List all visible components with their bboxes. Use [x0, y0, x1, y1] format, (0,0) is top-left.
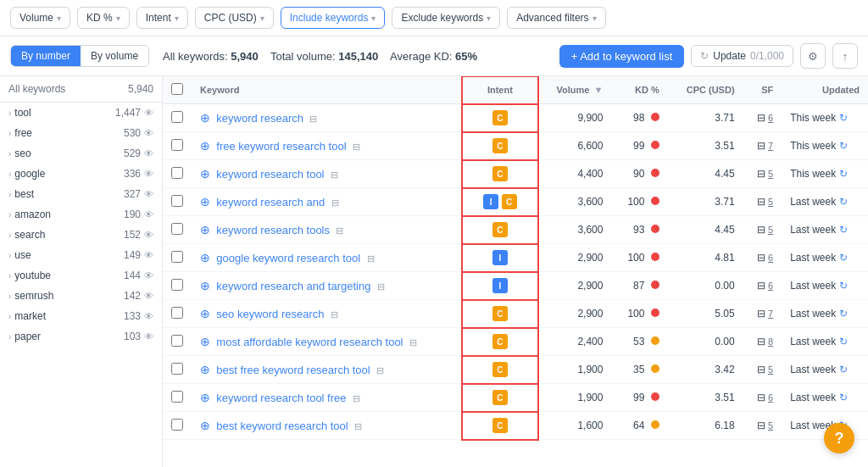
add-keyword-icon[interactable]: ⊕ — [200, 307, 210, 320]
sf-value[interactable]: 8 — [768, 336, 773, 347]
sf-value[interactable]: 5 — [768, 420, 773, 431]
row-checkbox[interactable] — [171, 111, 183, 123]
add-keyword-icon[interactable]: ⊕ — [200, 111, 210, 125]
intent-filter[interactable]: Intent ▾ — [136, 7, 188, 29]
keyword-link[interactable]: keyword research tool — [216, 168, 324, 181]
sf-value[interactable]: 6 — [768, 253, 773, 263]
sidebar-item[interactable]: › use 149 👁 — [0, 245, 162, 265]
keyword-link[interactable]: most affordable keyword research tool — [216, 336, 403, 348]
row-checkbox[interactable] — [171, 335, 183, 347]
sidebar-item[interactable]: › seo 529 👁 — [0, 143, 162, 164]
copy-icon[interactable]: ⊟ — [353, 142, 360, 152]
add-keyword-icon[interactable]: ⊕ — [200, 363, 210, 376]
copy-icon[interactable]: ⊟ — [336, 225, 343, 236]
add-keyword-icon[interactable]: ⊕ — [200, 223, 210, 236]
keyword-link[interactable]: best keyword research tool — [216, 420, 348, 432]
sidebar-item[interactable]: › paper 103 👁 — [0, 326, 162, 347]
advanced-filters[interactable]: Advanced filters ▾ — [507, 7, 605, 29]
sf-value[interactable]: 5 — [768, 197, 773, 207]
update-button[interactable]: ↻ Update 0/1,000 — [691, 45, 793, 67]
add-keyword-icon[interactable]: ⊕ — [200, 391, 210, 404]
volume-filter[interactable]: Volume ▾ — [10, 7, 70, 29]
cpc-filter[interactable]: CPC (USD) ▾ — [195, 7, 274, 29]
sidebar-item[interactable]: › market 133 👁 — [0, 306, 162, 326]
copy-icon[interactable]: ⊟ — [331, 309, 338, 320]
copy-icon[interactable]: ⊟ — [376, 365, 384, 375]
row-checkbox[interactable] — [171, 223, 183, 235]
copy-icon[interactable]: ⊟ — [377, 281, 385, 292]
add-to-keyword-list-button[interactable]: + Add to keyword list — [559, 45, 685, 68]
settings-icon[interactable]: ⚙ — [800, 43, 826, 69]
keyword-link[interactable]: best free keyword research tool — [216, 364, 370, 376]
by-number-toggle[interactable]: By number — [11, 46, 81, 66]
keyword-link[interactable]: seo keyword research — [216, 308, 324, 320]
refresh-icon[interactable]: ↻ — [839, 308, 848, 320]
copy-icon[interactable]: ⊟ — [309, 114, 317, 124]
sf-value[interactable]: 5 — [768, 169, 773, 179]
add-keyword-icon[interactable]: ⊕ — [200, 195, 210, 208]
copy-icon[interactable]: ⊟ — [353, 393, 360, 403]
sidebar-item[interactable]: › youtube 144 👁 — [0, 265, 162, 286]
export-icon[interactable]: ↑ — [832, 43, 858, 69]
include-keywords-filter[interactable]: Include keywords ▾ — [281, 7, 386, 29]
sf-value[interactable]: 7 — [768, 141, 773, 151]
row-checkbox[interactable] — [171, 139, 183, 151]
refresh-icon[interactable]: ↻ — [839, 196, 848, 208]
sf-value[interactable]: 6 — [768, 392, 773, 403]
keyword-link[interactable]: google keyword research tool — [216, 252, 360, 264]
refresh-icon[interactable]: ↻ — [839, 112, 848, 124]
refresh-icon[interactable]: ↻ — [839, 280, 848, 292]
keyword-link[interactable]: keyword research tool free — [216, 392, 346, 404]
row-checkbox[interactable] — [171, 251, 183, 263]
sf-value[interactable]: 7 — [768, 309, 773, 319]
keyword-link[interactable]: keyword research and targeting — [216, 280, 370, 292]
copy-icon[interactable]: ⊟ — [354, 421, 362, 431]
keyword-link[interactable]: keyword research and — [216, 196, 325, 208]
by-volume-toggle[interactable]: By volume — [81, 46, 148, 66]
add-keyword-icon[interactable]: ⊕ — [200, 139, 210, 153]
refresh-icon[interactable]: ↻ — [839, 364, 848, 375]
sf-value[interactable]: 5 — [768, 364, 773, 375]
refresh-icon[interactable]: ↻ — [839, 336, 848, 347]
sf-value[interactable]: 5 — [768, 225, 773, 235]
row-checkbox[interactable] — [171, 419, 183, 431]
row-checkbox[interactable] — [171, 307, 183, 319]
add-keyword-icon[interactable]: ⊕ — [200, 167, 210, 181]
sidebar-item[interactable]: › search 152 👁 — [0, 225, 162, 245]
exclude-keywords-filter[interactable]: Exclude keywords ▾ — [392, 7, 500, 29]
row-checkbox[interactable] — [171, 195, 183, 207]
sidebar-item[interactable]: › tool 1,447 👁 — [0, 103, 162, 123]
refresh-icon[interactable]: ↻ — [839, 168, 848, 180]
copy-icon[interactable]: ⊟ — [331, 197, 339, 208]
row-checkbox[interactable] — [171, 167, 183, 179]
keyword-link[interactable]: free keyword research tool — [216, 140, 346, 153]
keyword-link[interactable]: keyword research — [216, 112, 303, 125]
volume-column-header[interactable]: Volume ▼ — [538, 76, 612, 104]
refresh-icon[interactable]: ↻ — [839, 224, 848, 236]
sf-value[interactable]: 6 — [768, 113, 773, 123]
refresh-icon[interactable]: ↻ — [839, 140, 848, 152]
refresh-icon[interactable]: ↻ — [839, 392, 848, 403]
row-checkbox[interactable] — [171, 391, 183, 403]
sidebar-item[interactable]: › amazon 190 👁 — [0, 204, 162, 225]
sf-value[interactable]: 6 — [768, 281, 773, 291]
eye-icon: 👁 — [144, 169, 153, 179]
sidebar-item[interactable]: › best 327 👁 — [0, 184, 162, 204]
add-keyword-icon[interactable]: ⊕ — [200, 419, 210, 432]
row-checkbox[interactable] — [171, 279, 183, 291]
copy-icon[interactable]: ⊟ — [367, 253, 375, 264]
refresh-icon[interactable]: ↻ — [839, 252, 848, 264]
keyword-link[interactable]: keyword research tools — [216, 224, 330, 236]
help-button[interactable]: ? — [824, 423, 854, 453]
kd-filter[interactable]: KD % ▾ — [77, 7, 130, 29]
sidebar-item[interactable]: › free 530 👁 — [0, 123, 162, 143]
add-keyword-icon[interactable]: ⊕ — [200, 335, 210, 348]
sidebar-item[interactable]: › google 336 👁 — [0, 164, 162, 184]
sidebar-item[interactable]: › semrush 142 👁 — [0, 286, 162, 306]
add-keyword-icon[interactable]: ⊕ — [200, 279, 210, 292]
row-checkbox[interactable] — [171, 363, 183, 375]
select-all-checkbox[interactable] — [171, 83, 183, 95]
copy-icon[interactable]: ⊟ — [409, 337, 417, 347]
add-keyword-icon[interactable]: ⊕ — [200, 251, 210, 264]
copy-icon[interactable]: ⊟ — [331, 170, 338, 180]
